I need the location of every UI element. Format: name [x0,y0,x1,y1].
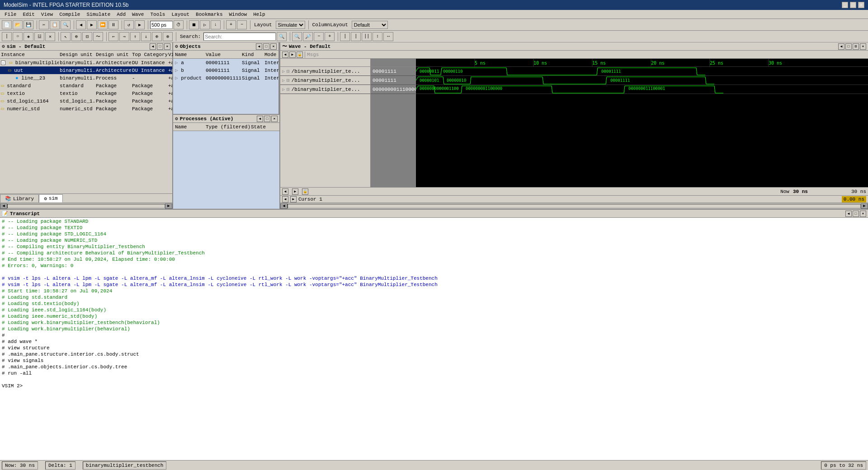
tb2-btn-1[interactable]: | [2,32,12,41]
menu-edit[interactable]: Edit [20,11,37,18]
tb2-cursor-d[interactable]: ↕ [373,32,382,41]
wave-tb-1[interactable]: ◀ [282,52,288,58]
tab-sim[interactable]: ⚙ sim [39,194,62,202]
proc-close-btn[interactable]: × [271,116,278,122]
tb-btn-5[interactable]: ▶ [87,20,97,29]
obj-row-1[interactable]: ▷ b 00001111 Signal Intern [173,66,278,74]
open-button[interactable]: 📂 [13,20,23,29]
sim-expand-btn[interactable]: ◀ [150,43,156,50]
transcript-float[interactable]: □ [853,211,859,217]
tab-library[interactable]: 📚 Library [0,194,39,202]
tb-restart[interactable]: ↺ [124,20,134,29]
tb2-zoom-out2[interactable]: − [314,32,324,41]
wave-undock-btn[interactable]: □ [845,43,852,50]
sim-row-1[interactable]: ▭ uut binarymulti... Architecture DU Ins… [0,66,172,74]
search-button[interactable]: 🔍 [277,32,287,41]
save-button[interactable]: 💾 [24,20,33,29]
layout-select[interactable]: Simulate [276,21,305,29]
menu-window[interactable]: Window [226,11,250,18]
tb-btn-3[interactable]: 🔍 [61,20,71,29]
tb2-zoom-full[interactable]: 🔍 [292,32,302,41]
tb-zoom-in[interactable]: + [226,20,236,29]
wave-sig-row-0[interactable]: ▷ ⊡ /binarymultiplier_te... [280,67,370,76]
tb2-zoom-sel[interactable]: 🔎 [303,32,313,41]
maximize-button[interactable]: □ [850,2,856,8]
tb2-cursor-b[interactable]: | [351,32,361,41]
tb2-zoom-in2[interactable]: + [325,32,335,41]
obj-row-2[interactable]: ▷ product 000000001111... Signal Intern [173,74,278,82]
tb2-a6[interactable]: ⊗ [163,32,173,41]
tb2-zoom[interactable]: ⊕ [71,32,81,41]
cursor-nav-1[interactable]: ◀ [282,196,288,202]
tb-btn-6[interactable]: ⏩ [98,20,108,29]
wave-float-btn[interactable]: ⊡ [853,43,859,50]
obj-expand-btn[interactable]: ◀ [256,43,262,50]
menu-layout[interactable]: Layout [169,11,192,18]
tb2-cursor-a[interactable]: | [340,32,350,41]
tb2-a5[interactable]: ⊕ [152,32,162,41]
tb2-wave[interactable]: 〜 [93,32,103,41]
tb2-cursor-e[interactable]: ↔ [383,32,393,41]
menu-file[interactable]: File [2,11,19,18]
wave-sig-row-2[interactable]: ▷ ⊡ /binarymultiplier_te... [280,85,370,94]
sim-row-2[interactable]: ● line__23 binarymulti... Process - +acc… [0,74,172,82]
expand-icon-0[interactable]: − [1,61,5,65]
tb2-btn-2[interactable]: ○ [13,32,23,41]
menu-help[interactable]: Help [250,11,268,18]
search-input[interactable] [203,33,276,41]
cursor-nav-2[interactable]: ▶ [290,196,297,202]
tb2-fit[interactable]: ⊡ [82,32,92,41]
hscroll-left[interactable]: ◀ [0,203,7,209]
menu-add[interactable]: Add [114,11,128,18]
menu-view[interactable]: View [38,11,56,18]
tb-btn-4[interactable]: ◀ [76,20,86,29]
minimize-button[interactable]: _ [842,2,848,8]
sim-row-3[interactable]: ▭ standard standard Package Package +acc… [0,82,172,89]
sim-row-0[interactable]: − ▭ binarymultiplier_te... binarymulti..… [0,59,172,66]
wave-sig-row-1[interactable]: ▷ ⊡ /binarymultiplier_te... [280,76,370,85]
close-button[interactable]: × [858,2,864,8]
transcript-expand[interactable]: ◀ [845,211,852,217]
sim-close-btn[interactable]: × [164,43,170,50]
sim-row-5[interactable]: ▭ std_logic_1164 std_logic_1... Package … [0,97,172,105]
tb2-a1[interactable]: ⇐ [108,32,118,41]
hscroll-track[interactable] [7,204,165,208]
tb2-btn-5[interactable]: ✕ [45,32,55,41]
menu-compile[interactable]: Compile [57,11,83,18]
obj-close-btn[interactable]: × [270,43,277,50]
tb-zoom-out[interactable]: − [237,20,247,29]
proc-expand-btn[interactable]: ◀ [257,116,263,122]
wave-tb-2[interactable]: ▶ [289,52,296,58]
run-time-input[interactable] [150,21,173,29]
wave-hscrollbar[interactable]: ◀ ▶ [280,202,868,209]
menu-tools[interactable]: Tools [147,11,168,18]
transcript-content[interactable]: # -- Loading package STANDARD# -- Loadin… [0,218,868,460]
sim-row-6[interactable]: ▭ numeric_std numeric_std Package Packag… [0,105,172,113]
tb-btn-7[interactable]: ⏸ [108,20,118,29]
tb-btn-1[interactable]: ✂ [39,20,49,29]
proc-float-btn[interactable]: □ [264,116,270,122]
tb-break[interactable]: ⏹ [189,20,199,29]
tb-run-time[interactable]: ⏱ [174,20,184,29]
obj-row-0[interactable]: ▷ a 00001111 Signal Intern [173,59,278,66]
wave-hscroll-track[interactable] [288,204,861,208]
tb2-a2[interactable]: ⇒ [119,32,129,41]
tb2-btn-3[interactable]: ◈ [24,32,33,41]
menu-bookmarks[interactable]: Bookmarks [193,11,225,18]
wave-close-btn[interactable]: × [860,43,866,50]
new-button[interactable]: 📄 [2,20,12,29]
tb2-btn-4[interactable]: ☳ [34,32,44,41]
wave-hscroll-left[interactable]: ◀ [280,203,288,209]
tb2-a4[interactable]: ⇓ [141,32,151,41]
sim-float-btn[interactable]: □ [157,43,163,50]
transcript-close[interactable]: × [860,211,866,217]
tb-run[interactable]: ▶ [135,20,145,29]
tb2-sel[interactable]: ↖ [61,32,71,41]
tb-step[interactable]: ↓ [211,20,221,29]
wave-tb-lock[interactable]: 🔒 [297,52,303,58]
tb-continue[interactable]: ▷ [200,20,210,29]
tb-btn-2[interactable]: 📋 [50,20,60,29]
obj-float-btn[interactable]: □ [263,43,269,50]
sim-row-4[interactable]: ▭ textio textio Package Package +acc=... [0,89,172,97]
wave-nav-2[interactable]: ▶ [292,188,298,195]
